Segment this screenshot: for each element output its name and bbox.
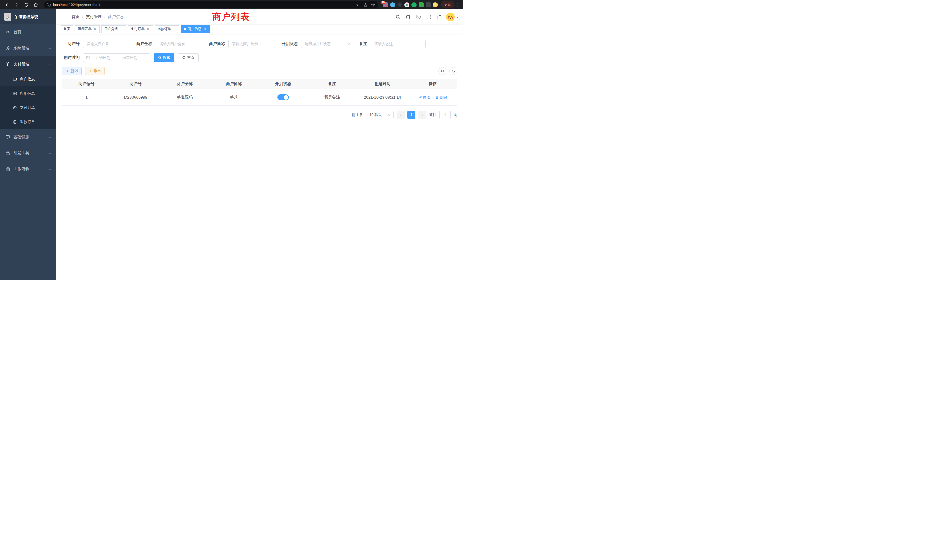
- user-menu[interactable]: [446, 12, 458, 21]
- reset-button[interactable]: 重置: [178, 53, 199, 62]
- tab-refund-order[interactable]: 退款订单×: [154, 26, 179, 33]
- extension-dark-circle-icon[interactable]: [397, 2, 402, 8]
- sidebar-item-payment[interactable]: ¥ 支付管理: [0, 56, 56, 72]
- field-label: 商户简称: [209, 41, 225, 47]
- content: 商户号 商户全称 商户简称 开启状态 请选择开启状态: [56, 34, 463, 280]
- short-name-input[interactable]: [228, 39, 275, 48]
- tab-pay-order[interactable]: 支付订单×: [128, 26, 153, 33]
- password-key-icon[interactable]: [356, 2, 361, 8]
- reload-icon[interactable]: [22, 1, 30, 9]
- filter-create-time: 创建时间 -: [62, 53, 150, 62]
- end-date-input[interactable]: [119, 56, 140, 60]
- fullscreen-icon[interactable]: [426, 14, 431, 20]
- sidebar-item-infra[interactable]: 基础设施: [0, 129, 56, 145]
- url-text[interactable]: localhost:1024/pay/merchant: [53, 3, 353, 7]
- sidebar-item-home[interactable]: 首页: [0, 24, 56, 40]
- close-icon[interactable]: ×: [172, 27, 177, 31]
- status-select[interactable]: 请选择开启状态: [301, 39, 353, 48]
- extension-smiley-icon[interactable]: [433, 2, 438, 8]
- full-name-input[interactable]: [156, 39, 202, 48]
- merchant-no-input[interactable]: [83, 39, 129, 48]
- sidebar-item-devtools[interactable]: 研发工具: [0, 145, 56, 161]
- tab-merchant-info[interactable]: 商户信息×: [181, 26, 210, 33]
- status-toggle[interactable]: [277, 94, 289, 100]
- refresh-table-button[interactable]: [449, 67, 457, 75]
- add-button-label: 新增: [70, 68, 78, 74]
- font-size-icon[interactable]: TT: [436, 14, 442, 20]
- date-range-picker[interactable]: -: [83, 53, 150, 62]
- extension-green-square-icon[interactable]: [419, 2, 424, 8]
- browser-menu-icon[interactable]: ⋮: [455, 3, 460, 7]
- next-page-button[interactable]: [418, 111, 426, 119]
- search-icon[interactable]: [395, 14, 401, 20]
- sidebar-item-refund-order[interactable]: 退款订单: [0, 115, 56, 129]
- date-separator: -: [116, 56, 117, 60]
- home-icon[interactable]: [32, 1, 40, 9]
- hamburger-icon[interactable]: [61, 15, 67, 19]
- col-actions: 操作: [408, 79, 457, 89]
- site-info-icon[interactable]: i: [47, 3, 51, 7]
- sidebar-item-label: 支付管理: [14, 62, 29, 67]
- col-merchant-index: 商户编号: [62, 79, 111, 89]
- page-number-button[interactable]: 1: [407, 111, 415, 119]
- delete-link[interactable]: 删除: [435, 95, 447, 100]
- search-button[interactable]: 搜索: [154, 53, 174, 62]
- table-row: 1 M233666999 芋道源码 芋艿 我是备注 2021-10-23 08:…: [62, 89, 457, 106]
- close-icon[interactable]: ×: [120, 27, 123, 31]
- sidebar-item-workflow[interactable]: 工作流程: [0, 161, 56, 177]
- edit-link[interactable]: 修改: [419, 95, 430, 100]
- breadcrumb-separator: /: [82, 15, 83, 19]
- help-icon[interactable]: ?: [415, 14, 421, 20]
- breadcrumb-payment[interactable]: 支付管理: [86, 14, 102, 20]
- extension-icon-1[interactable]: 10: [383, 2, 388, 8]
- pagination-total: 共 1 条: [351, 112, 363, 118]
- sidebar-item-label: 应用信息: [20, 91, 35, 96]
- goto-page-input[interactable]: [439, 111, 451, 119]
- sidebar-item-system[interactable]: 系统管理: [0, 40, 56, 56]
- sidebar-item-pay-order[interactable]: 支付订单: [0, 101, 56, 115]
- start-date-input[interactable]: [92, 56, 113, 60]
- tab-user-group[interactable]: 用户分组×: [101, 26, 126, 33]
- pagination: 共 1 条 10条/页 1 前往 页: [62, 111, 457, 119]
- chevron-left-icon: [400, 114, 402, 117]
- bookmark-star-icon[interactable]: [370, 2, 375, 8]
- extension-green-circle-icon[interactable]: [412, 2, 416, 8]
- sidebar-item-label: 退款订单: [20, 120, 35, 125]
- filter-short-name: 商户简称: [209, 39, 275, 48]
- forward-icon[interactable]: [12, 1, 21, 9]
- tags-bar: 首页 流程表单× 用户分组× 支付订单× 退款订单× 商户信息×: [56, 24, 463, 34]
- extension-badge: 10: [381, 1, 386, 4]
- tab-label: 首页: [64, 27, 70, 31]
- page-unit-label: 页: [454, 112, 457, 118]
- browser-update-button[interactable]: 更新: [441, 1, 454, 8]
- filter-remark: 备注: [359, 39, 426, 48]
- breadcrumb-home[interactable]: 首页: [71, 14, 80, 20]
- add-button[interactable]: 新增: [62, 67, 82, 75]
- prev-page-button[interactable]: [396, 111, 404, 119]
- avatar[interactable]: [446, 12, 455, 21]
- close-icon[interactable]: ×: [146, 27, 150, 31]
- back-icon[interactable]: [3, 1, 11, 9]
- tab-label: 商户信息: [188, 27, 201, 31]
- share-icon[interactable]: [363, 2, 368, 8]
- extension-pin-icon[interactable]: [426, 2, 431, 8]
- tab-home[interactable]: 首页: [61, 26, 73, 33]
- sidebar-logo[interactable]: 🐰 芋道管理系统: [0, 9, 56, 24]
- chevron-down-icon: [456, 17, 458, 18]
- tab-process-form[interactable]: 流程表单×: [75, 26, 100, 33]
- toggle-search-button[interactable]: [439, 67, 446, 75]
- close-icon[interactable]: ×: [93, 27, 97, 31]
- close-icon[interactable]: ×: [203, 27, 207, 31]
- github-icon[interactable]: [405, 14, 411, 20]
- sidebar-item-app-info[interactable]: 应用信息: [0, 86, 56, 101]
- address-bar[interactable]: i localhost:1024/pay/merchant: [44, 1, 378, 8]
- extension-rainbow-icon[interactable]: [404, 2, 409, 8]
- sidebar-item-merchant-info[interactable]: 商户信息: [0, 72, 56, 86]
- extension-drop-icon[interactable]: [390, 2, 395, 8]
- tab-label: 支付订单: [131, 27, 145, 31]
- page-size-select[interactable]: 10条/页: [366, 111, 394, 119]
- remark-input[interactable]: [371, 39, 426, 48]
- toolbar-right: [439, 67, 457, 75]
- export-button[interactable]: 导出: [85, 67, 104, 75]
- page-annotation: 商户列表: [212, 11, 250, 23]
